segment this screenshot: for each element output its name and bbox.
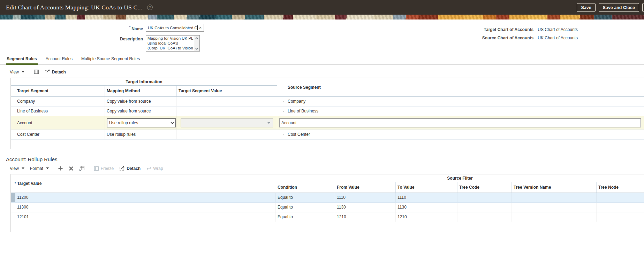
column-header-to-value: To Value bbox=[396, 182, 457, 193]
segment-rules-table-header: Target Information Source Segment Target… bbox=[11, 78, 644, 97]
target-coa-value: US Chart of Accounts bbox=[538, 27, 578, 32]
select-chevron-icon bbox=[169, 119, 175, 127]
mapping-form: *Name UK CoAs to Consolidated COA × Desc… bbox=[0, 24, 644, 56]
row-selector-gutter[interactable] bbox=[11, 203, 15, 212]
table-row[interactable]: 11300 Equal to 1130 1130 bbox=[11, 203, 644, 212]
cell-tree-version-name bbox=[512, 203, 597, 212]
cell-tree-version-name bbox=[512, 193, 597, 202]
clear-icon[interactable]: × bbox=[198, 25, 203, 30]
dropdown-arrow-icon bbox=[267, 122, 270, 124]
view-menu[interactable]: View bbox=[10, 166, 24, 171]
wrap-icon bbox=[146, 166, 151, 171]
source-filter-group-header: Source Filter bbox=[276, 174, 644, 182]
mapping-method-selected-option: Use rollup rules bbox=[107, 119, 169, 127]
source-segment-input[interactable]: Account bbox=[279, 118, 641, 127]
text-cursor bbox=[197, 25, 198, 30]
tab-multiple-source-segment-rules[interactable]: Multiple Source Segment Rules bbox=[81, 56, 141, 64]
cell-source-segment: Company bbox=[277, 97, 644, 106]
cell-tree-version-name bbox=[512, 212, 597, 222]
save-and-close-button[interactable]: Save and Close bbox=[599, 3, 639, 12]
name-input-value: UK CoAs to Consolidated COA bbox=[148, 26, 197, 30]
required-marker: * bbox=[15, 182, 16, 186]
column-header-mapping-method: Mapping Method bbox=[105, 86, 177, 96]
view-menu[interactable]: View bbox=[10, 70, 24, 75]
table-row[interactable]: Cost Center Use rollup rules Cost Center bbox=[11, 130, 644, 140]
row-selector-gutter[interactable] bbox=[11, 116, 15, 130]
table-row-selected[interactable]: 11200 Equal to 1110 1110 bbox=[11, 193, 644, 203]
cell-to-value: 1110 bbox=[396, 193, 457, 202]
source-coa-label: Source Chart of Accounts bbox=[482, 36, 534, 40]
table-row[interactable]: 12101 Equal to 1210 1210 bbox=[11, 212, 644, 222]
detach-button[interactable]: Detach bbox=[45, 69, 66, 75]
cell-source-segment: Line of Business bbox=[277, 107, 644, 116]
cell-tree-code bbox=[457, 193, 512, 202]
query-by-example-icon[interactable] bbox=[79, 166, 85, 171]
mapping-method-select[interactable]: Use rollup rules bbox=[107, 118, 176, 127]
tab-segment-rules[interactable]: Segment Rules bbox=[6, 56, 38, 65]
name-input[interactable]: UK CoAs to Consolidated COA × bbox=[146, 24, 204, 32]
detach-icon bbox=[119, 166, 125, 171]
column-header-from-value: From Value bbox=[335, 182, 396, 193]
detach-button[interactable]: Detach bbox=[119, 166, 141, 171]
column-header-source-segment: Source Segment bbox=[277, 78, 644, 96]
target-segment-value-combobox-disabled bbox=[181, 118, 273, 127]
delete-row-icon[interactable] bbox=[69, 166, 74, 171]
required-marker: * bbox=[129, 25, 130, 29]
add-row-icon[interactable] bbox=[58, 166, 63, 171]
name-label: *Name bbox=[0, 24, 143, 33]
tab-bar: Segment Rules Account Rules Multiple Sou… bbox=[0, 56, 644, 65]
cell-condition: Equal to bbox=[276, 212, 335, 222]
cell-mapping-method: Use rollup rules bbox=[105, 130, 177, 139]
cell-tree-node bbox=[597, 203, 644, 212]
cell-from-value: 1110 bbox=[335, 193, 396, 202]
chevron-down-icon bbox=[22, 167, 24, 169]
table-row-selected[interactable]: Account Use rollup rules Account bbox=[11, 116, 644, 130]
row-selector-gutter[interactable] bbox=[11, 97, 15, 106]
theme-banner-strip bbox=[0, 15, 644, 19]
row-selection-bar[interactable] bbox=[11, 193, 15, 202]
textarea-scrollbar[interactable] bbox=[194, 36, 199, 51]
scroll-up-icon[interactable] bbox=[194, 36, 199, 41]
description-textarea[interactable]: Mapping for Vision UK PL using local CoA… bbox=[146, 35, 200, 52]
table-row[interactable]: Line of Business Copy value from source … bbox=[11, 107, 644, 116]
cell-target-value: 11300 bbox=[15, 203, 276, 212]
segment-rules-table: Target Information Source Segment Target… bbox=[10, 78, 644, 149]
format-menu[interactable]: Format bbox=[30, 166, 49, 171]
cell-target-segment: Cost Center bbox=[15, 130, 105, 139]
cell-target-segment-value bbox=[177, 116, 277, 130]
row-selector-gutter[interactable] bbox=[11, 130, 15, 139]
target-information-group-header: Target Information bbox=[11, 78, 277, 86]
scroll-down-icon[interactable] bbox=[194, 46, 199, 51]
cancel-button-partial[interactable] bbox=[642, 3, 644, 12]
rollup-rules-table: * Target Value Source Filter Condition F… bbox=[10, 174, 644, 232]
cell-tree-code bbox=[457, 212, 512, 222]
help-icon[interactable]: ? bbox=[147, 5, 153, 10]
query-by-example-icon[interactable] bbox=[33, 69, 39, 75]
cell-from-value: 1130 bbox=[335, 203, 396, 212]
cell-mapping-method: Copy value from source bbox=[105, 107, 177, 116]
column-header-target-segment: Target Segment bbox=[15, 86, 105, 96]
cell-condition: Equal to bbox=[276, 193, 335, 202]
row-selector-gutter[interactable] bbox=[11, 107, 15, 116]
row-selector-gutter[interactable] bbox=[11, 212, 15, 222]
cell-source-segment: Cost Center bbox=[277, 130, 644, 139]
column-header-tree-code: Tree Code bbox=[457, 182, 512, 193]
cell-mapping-method: Copy value from source bbox=[105, 97, 177, 106]
freeze-icon bbox=[94, 166, 99, 171]
column-header-target-value: * Target Value bbox=[11, 174, 276, 193]
chevron-down-icon bbox=[22, 71, 24, 73]
table-row[interactable]: Company Copy value from source Company bbox=[11, 97, 644, 107]
page-header: Edit Chart of Accounts Mapping: UK CoAs … bbox=[0, 0, 644, 15]
rollup-rules-toolbar: View Format Freeze Detach Wrap bbox=[0, 163, 644, 174]
column-header-target-segment-value: Target Segment Value bbox=[177, 86, 277, 96]
cell-to-value: 1210 bbox=[396, 212, 457, 222]
column-header-condition: Condition bbox=[276, 182, 335, 193]
cell-target-segment-value bbox=[177, 97, 277, 106]
cell-target-value: 11200 bbox=[15, 193, 276, 202]
save-button[interactable]: Save bbox=[577, 3, 595, 12]
cell-target-segment: Line of Business bbox=[15, 107, 105, 116]
cell-target-segment: Company bbox=[15, 97, 105, 106]
cell-target-segment-value bbox=[177, 107, 277, 116]
cell-from-value: 1210 bbox=[335, 212, 396, 222]
tab-account-rules[interactable]: Account Rules bbox=[45, 56, 73, 64]
